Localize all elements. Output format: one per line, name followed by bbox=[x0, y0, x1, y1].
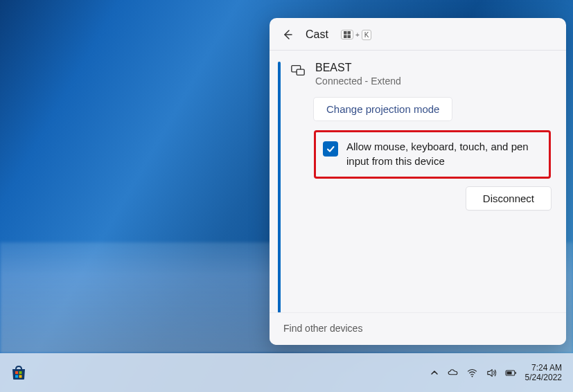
shortcut-hint: + K bbox=[341, 30, 372, 40]
taskbar-clock[interactable]: 7:24 AM 5/24/2022 bbox=[525, 363, 562, 383]
k-key: K bbox=[362, 30, 372, 40]
device-status: Connected - Extend bbox=[315, 75, 554, 87]
wifi-icon[interactable] bbox=[466, 367, 478, 379]
svg-rect-1 bbox=[344, 31, 347, 35]
clock-date: 5/24/2022 bbox=[525, 373, 562, 382]
cast-title: Cast bbox=[306, 28, 328, 41]
svg-rect-3 bbox=[344, 35, 347, 39]
check-icon bbox=[326, 144, 335, 154]
device-name: BEAST bbox=[315, 62, 554, 74]
svg-rect-8 bbox=[19, 371, 22, 374]
display-icon bbox=[290, 62, 306, 81]
disconnect-button[interactable]: Disconnect bbox=[466, 187, 551, 210]
allow-input-label: Allow mouse, keyboard, touch, and pen in… bbox=[346, 139, 542, 168]
svg-rect-14 bbox=[506, 371, 511, 374]
clock-time: 7:24 AM bbox=[531, 363, 562, 373]
plus-icon: + bbox=[355, 31, 360, 39]
arrow-left-icon bbox=[282, 29, 293, 40]
system-tray bbox=[430, 367, 517, 379]
svg-rect-7 bbox=[15, 371, 18, 374]
taskbar: 7:24 AM 5/24/2022 bbox=[0, 353, 573, 392]
microsoft-store-icon[interactable] bbox=[7, 361, 30, 384]
svg-rect-6 bbox=[297, 69, 304, 75]
device-section: BEAST Connected - Extend Change projecti… bbox=[270, 51, 566, 345]
svg-point-11 bbox=[471, 375, 473, 377]
desktop-background: Cast + K BEAST Connected - Exten bbox=[0, 0, 573, 392]
battery-icon[interactable] bbox=[505, 367, 517, 379]
svg-rect-13 bbox=[515, 372, 515, 374]
back-button[interactable] bbox=[279, 26, 296, 43]
find-other-devices[interactable]: Find other devices bbox=[270, 312, 566, 345]
svg-rect-4 bbox=[347, 35, 351, 39]
svg-rect-9 bbox=[15, 375, 18, 378]
svg-rect-10 bbox=[19, 375, 22, 378]
allow-input-highlight: Allow mouse, keyboard, touch, and pen in… bbox=[314, 130, 551, 179]
change-projection-button[interactable]: Change projection mode bbox=[314, 98, 452, 121]
volume-icon[interactable] bbox=[486, 367, 497, 379]
cast-header: Cast + K bbox=[270, 18, 566, 50]
cast-panel: Cast + K BEAST Connected - Exten bbox=[270, 18, 566, 345]
svg-rect-2 bbox=[347, 31, 351, 35]
onedrive-icon[interactable] bbox=[447, 367, 459, 379]
allow-input-checkbox[interactable] bbox=[323, 141, 338, 157]
tray-overflow-icon[interactable] bbox=[430, 367, 439, 379]
device-header: BEAST Connected - Extend bbox=[290, 62, 554, 87]
accent-bar bbox=[278, 62, 281, 338]
win-key-icon bbox=[341, 30, 353, 39]
